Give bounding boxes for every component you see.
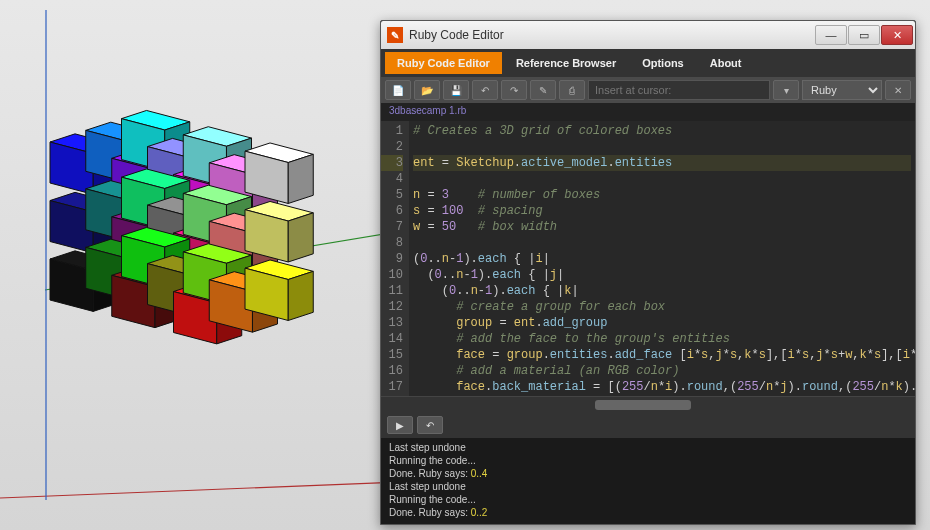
tab-ruby-code-editor[interactable]: Ruby Code Editor [385, 52, 502, 74]
insert-cursor-input[interactable] [588, 80, 770, 100]
print-button[interactable]: ⎙ [559, 80, 585, 100]
run-button[interactable]: ▶ [387, 416, 413, 434]
window-title: Ruby Code Editor [409, 28, 815, 42]
console-line: Last step undone [389, 480, 907, 493]
svg-marker-80 [288, 271, 313, 320]
new-file-button[interactable]: 📄 [385, 80, 411, 100]
insert-dropdown-icon[interactable]: ▾ [773, 80, 799, 100]
close-button[interactable]: ✕ [881, 25, 913, 45]
toolbar: 📄 📂 💾 ↶ ↷ ✎ ⎙ ▾ Ruby ✕ [381, 77, 915, 103]
code-area[interactable]: # Creates a 3D grid of colored boxes ent… [409, 121, 915, 396]
cube-grid [50, 110, 313, 343]
tabbar: Ruby Code EditorReference BrowserOptions… [381, 49, 915, 77]
filename-label: 3dbasecamp 1.rb [381, 103, 915, 121]
save-button[interactable]: 💾 [443, 80, 469, 100]
console-line: Done. Ruby says: 0..2 [389, 506, 907, 519]
minimize-button[interactable]: — [815, 25, 847, 45]
line-gutter: 12345678910111213141516171819202122 [381, 121, 409, 396]
tab-about[interactable]: About [698, 52, 754, 74]
svg-marker-77 [288, 213, 313, 262]
undo-step-button[interactable]: ↶ [417, 416, 443, 434]
code-editor[interactable]: 12345678910111213141516171819202122 # Cr… [381, 121, 915, 396]
undo-button[interactable]: ↶ [472, 80, 498, 100]
tab-reference-browser[interactable]: Reference Browser [504, 52, 628, 74]
edit-button[interactable]: ✎ [530, 80, 556, 100]
console-line: Running the code... [389, 493, 907, 506]
run-controls: ▶ ↶ [381, 412, 915, 438]
redo-button[interactable]: ↷ [501, 80, 527, 100]
app-icon: ✎ [387, 27, 403, 43]
output-console[interactable]: Last step undoneRunning the code...Done.… [381, 438, 915, 524]
console-line: Last step undone [389, 441, 907, 454]
console-line: Running the code... [389, 454, 907, 467]
horizontal-scrollbar[interactable] [381, 396, 915, 412]
svg-marker-68 [288, 154, 313, 203]
tab-options[interactable]: Options [630, 52, 696, 74]
toolbar-close-button[interactable]: ✕ [885, 80, 911, 100]
console-line: Done. Ruby says: 0..4 [389, 467, 907, 480]
ruby-code-editor-window: ✎ Ruby Code Editor — ▭ ✕ Ruby Code Edito… [380, 20, 916, 525]
maximize-button[interactable]: ▭ [848, 25, 880, 45]
titlebar[interactable]: ✎ Ruby Code Editor — ▭ ✕ [381, 21, 915, 49]
language-select[interactable]: Ruby [802, 80, 882, 100]
open-file-button[interactable]: 📂 [414, 80, 440, 100]
